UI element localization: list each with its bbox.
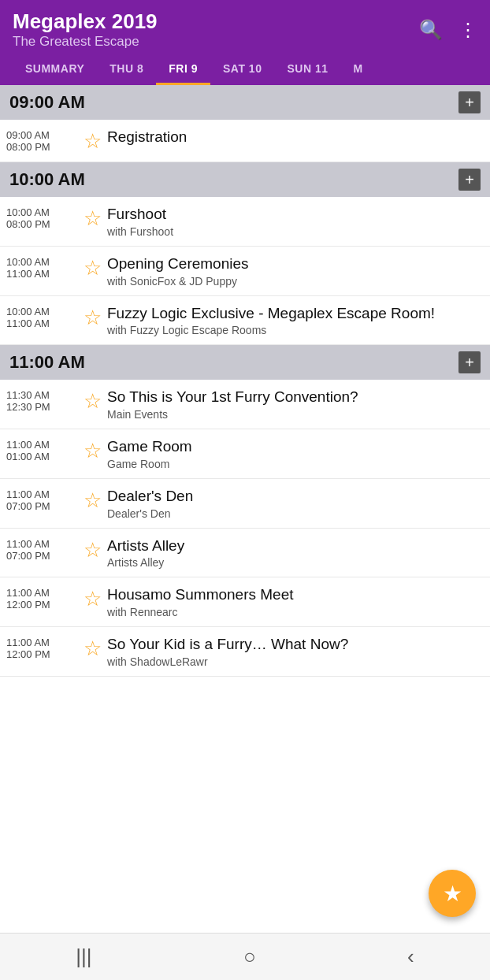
event-start: 10:00 AM bbox=[6, 306, 77, 317]
section-header-11am: 11:00 AM + bbox=[0, 345, 490, 380]
event-row: 09:00 AM 08:00 PM ☆ Registration bbox=[0, 120, 490, 162]
star-col: ☆ bbox=[77, 437, 107, 463]
favorite-icon[interactable]: ☆ bbox=[84, 637, 102, 661]
favorite-icon[interactable]: ☆ bbox=[84, 206, 102, 231]
event-times: 11:00 AM 12:00 PM bbox=[6, 635, 77, 660]
event-title[interactable]: So Your Kid is a Furry… What Now? bbox=[107, 635, 484, 654]
event-start: 11:00 AM bbox=[6, 637, 77, 648]
event-end: 01:00 AM bbox=[6, 451, 77, 462]
favorite-icon[interactable]: ☆ bbox=[84, 306, 102, 330]
header-top: Megaplex 2019 The Greatest Escape 🔍 ⋮ bbox=[13, 9, 477, 54]
event-info: So Your Kid is a Furry… What Now? with S… bbox=[107, 635, 484, 668]
event-end: 08:00 PM bbox=[6, 141, 77, 153]
favorite-icon[interactable]: ☆ bbox=[84, 129, 102, 154]
app-title: Megaplex 2019 bbox=[13, 9, 158, 34]
nav-back-icon[interactable]: ‹ bbox=[407, 945, 414, 969]
tab-sun11[interactable]: SUN 11 bbox=[274, 54, 340, 85]
favorite-icon[interactable]: ☆ bbox=[84, 439, 102, 463]
event-row: 11:00 AM 12:00 PM ☆ So Your Kid is a Fur… bbox=[0, 627, 490, 677]
event-times: 11:30 AM 12:30 PM bbox=[6, 388, 77, 413]
event-times: 11:00 AM 07:00 PM bbox=[6, 536, 77, 562]
event-info: Dealer's Den Dealer's Den bbox=[107, 487, 484, 520]
event-row: 11:00 AM 01:00 AM ☆ Game Room Game Room bbox=[0, 429, 490, 479]
section-header-10am: 10:00 AM + bbox=[0, 162, 490, 197]
event-row: 10:00 AM 11:00 AM ☆ Opening Ceremonies w… bbox=[0, 247, 490, 296]
tab-summary[interactable]: SUMMARY bbox=[13, 54, 97, 85]
event-times: 10:00 AM 11:00 AM bbox=[6, 254, 77, 280]
fab-button[interactable]: ★ bbox=[429, 870, 476, 917]
event-info: Registration bbox=[107, 128, 484, 147]
header-title-group: Megaplex 2019 The Greatest Escape bbox=[13, 9, 158, 50]
event-title[interactable]: Game Room bbox=[107, 437, 484, 456]
star-col: ☆ bbox=[77, 205, 107, 231]
event-end: 12:00 PM bbox=[6, 648, 77, 660]
section-time-9am: 09:00 AM bbox=[9, 92, 85, 113]
event-start: 09:00 AM bbox=[6, 129, 77, 141]
tab-sat10[interactable]: SAT 10 bbox=[210, 54, 274, 85]
add-button-9am[interactable]: + bbox=[458, 91, 481, 113]
event-title[interactable]: Furshoot bbox=[107, 205, 484, 224]
event-subtitle: with SonicFox & JD Puppy bbox=[107, 275, 484, 288]
event-times: 11:00 AM 01:00 AM bbox=[6, 437, 77, 462]
event-times: 10:00 AM 11:00 AM bbox=[6, 304, 77, 329]
nav-menu-icon[interactable]: ||| bbox=[76, 945, 91, 969]
bottom-nav: ||| ○ ‹ bbox=[0, 933, 490, 980]
star-col: ☆ bbox=[77, 585, 107, 611]
event-start: 11:00 AM bbox=[6, 538, 77, 550]
event-row: 10:00 AM 08:00 PM ☆ Furshoot with Fursho… bbox=[0, 197, 490, 247]
event-subtitle: Dealer's Den bbox=[107, 507, 484, 520]
header: Megaplex 2019 The Greatest Escape 🔍 ⋮ SU… bbox=[0, 0, 490, 85]
favorite-icon[interactable]: ☆ bbox=[84, 587, 102, 611]
tab-thu8[interactable]: THU 8 bbox=[97, 54, 156, 85]
section-time-11am: 11:00 AM bbox=[9, 352, 85, 373]
event-subtitle: Artists Alley bbox=[107, 556, 484, 569]
favorite-icon[interactable]: ☆ bbox=[84, 256, 102, 280]
event-end: 12:30 PM bbox=[6, 401, 77, 413]
event-row: 11:00 AM 07:00 PM ☆ Artists Alley Artist… bbox=[0, 529, 490, 578]
tabs-bar: SUMMARY THU 8 FRI 9 SAT 10 SUN 11 M bbox=[13, 54, 477, 85]
add-button-11am[interactable]: + bbox=[458, 351, 481, 373]
event-title[interactable]: Artists Alley bbox=[107, 536, 484, 555]
app-subtitle: The Greatest Escape bbox=[13, 34, 158, 50]
nav-home-icon[interactable]: ○ bbox=[243, 945, 256, 969]
add-button-10am[interactable]: + bbox=[458, 169, 481, 191]
event-start: 11:00 AM bbox=[6, 488, 77, 500]
event-info: Game Room Game Room bbox=[107, 437, 484, 470]
event-times: 11:00 AM 12:00 PM bbox=[6, 585, 77, 611]
star-col: ☆ bbox=[77, 635, 107, 661]
event-row: 10:00 AM 11:00 AM ☆ Fuzzy Logic Exclusiv… bbox=[0, 296, 490, 346]
event-title[interactable]: Opening Ceremonies bbox=[107, 254, 484, 273]
star-col: ☆ bbox=[77, 388, 107, 414]
event-end: 11:00 AM bbox=[6, 317, 77, 329]
section-header-9am: 09:00 AM + bbox=[0, 85, 490, 120]
tab-more[interactable]: M bbox=[340, 54, 375, 85]
event-title[interactable]: Dealer's Den bbox=[107, 487, 484, 506]
event-start: 10:00 AM bbox=[6, 256, 77, 268]
event-subtitle: Main Events bbox=[107, 408, 484, 421]
event-start: 11:30 AM bbox=[6, 389, 77, 401]
event-subtitle: with Fuzzy Logic Escape Rooms bbox=[107, 324, 484, 336]
event-title[interactable]: Fuzzy Logic Exclusive - Megaplex Escape … bbox=[107, 304, 484, 323]
more-options-icon[interactable]: ⋮ bbox=[458, 19, 477, 41]
event-title[interactable]: So This is Your 1st Furry Convention? bbox=[107, 388, 484, 406]
event-title[interactable]: Housamo Summoners Meet bbox=[107, 585, 484, 604]
event-times: 09:00 AM 08:00 PM bbox=[6, 128, 77, 153]
event-end: 07:00 PM bbox=[6, 550, 77, 562]
tab-fri9[interactable]: FRI 9 bbox=[156, 54, 210, 85]
event-start: 11:00 AM bbox=[6, 439, 77, 451]
favorite-icon[interactable]: ☆ bbox=[84, 488, 102, 513]
section-time-10am: 10:00 AM bbox=[9, 169, 85, 190]
event-info: So This is Your 1st Furry Convention? Ma… bbox=[107, 388, 484, 421]
favorite-icon[interactable]: ☆ bbox=[84, 389, 102, 414]
event-row: 11:00 AM 12:00 PM ☆ Housamo Summoners Me… bbox=[0, 577, 490, 627]
search-icon[interactable]: 🔍 bbox=[419, 19, 443, 41]
schedule-content: 09:00 AM + 09:00 AM 08:00 PM ☆ Registrat… bbox=[0, 85, 490, 732]
favorite-icon[interactable]: ☆ bbox=[84, 538, 102, 562]
event-info: Housamo Summoners Meet with Rennearc bbox=[107, 585, 484, 618]
star-col: ☆ bbox=[77, 487, 107, 513]
event-subtitle: with ShadowLeRawr bbox=[107, 655, 484, 668]
event-title[interactable]: Registration bbox=[107, 128, 484, 147]
star-col: ☆ bbox=[77, 254, 107, 280]
event-end: 11:00 AM bbox=[6, 268, 77, 280]
event-info: Furshoot with Furshoot bbox=[107, 205, 484, 238]
